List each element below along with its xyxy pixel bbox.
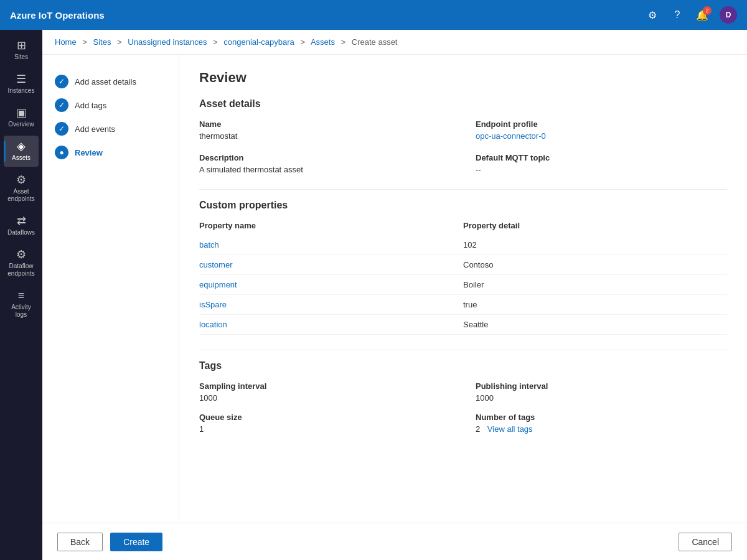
notification-badge: 2 — [703, 6, 712, 15]
tag-sampling-interval-label: Sampling interval — [199, 381, 451, 391]
app-title: Azure IoT Operations — [10, 10, 645, 21]
custom-properties-section: Property name Property detail batch 102 … — [199, 221, 727, 335]
asset-endpoints-icon: ⚙ — [16, 174, 26, 185]
step-add-tags[interactable]: ✓ Add tags — [55, 93, 166, 117]
divider-2 — [199, 350, 727, 350]
overview-icon: ▣ — [16, 107, 27, 118]
props-value-equipment: Boiler — [463, 280, 727, 289]
content-area: Home > Sites > Unassigned instances > co… — [42, 30, 747, 560]
detail-default-mqtt-label: Default MQTT topic — [476, 153, 727, 162]
tag-number-of-tags: Number of tags 2 View all tags — [476, 413, 727, 434]
detail-endpoint-profile-value: opc-ua-connector-0 — [476, 131, 727, 141]
sidebar-item-dataflow-endpoints[interactable]: ⚙ Dataflow endpoints — [4, 244, 39, 282]
breadcrumb-congenial-capybara[interactable]: congenial-capybara — [223, 37, 294, 47]
tag-publishing-interval-label: Publishing interval — [476, 381, 727, 391]
breadcrumb-assets[interactable]: Assets — [311, 37, 335, 47]
sidebar-item-assets[interactable]: ◈ Assets — [4, 136, 39, 167]
props-key-customer: customer — [199, 260, 463, 269]
step-label-add-tags: Add tags — [75, 101, 106, 110]
asset-details-grid: Name thermostat Endpoint profile opc-ua-… — [199, 119, 727, 174]
sidebar-label-dataflow-endpoints: Dataflow endpoints — [6, 263, 36, 278]
detail-default-mqtt: Default MQTT topic -- — [476, 153, 727, 174]
detail-endpoint-profile-label: Endpoint profile — [476, 119, 727, 129]
assets-icon: ◈ — [17, 141, 26, 152]
props-header-detail: Property detail — [463, 221, 727, 230]
page-body: ✓ Add asset details ✓ Add tags ✓ Add eve… — [42, 55, 747, 523]
detail-default-mqtt-value: -- — [476, 165, 727, 174]
detail-name-label: Name — [199, 119, 451, 129]
main-layout: ⊞ Sites ☰ Instances ▣ Overview ◈ Assets … — [0, 30, 747, 560]
dataflows-icon: ⇄ — [17, 215, 26, 226]
instances-icon: ☰ — [16, 73, 26, 85]
notifications-icon[interactable]: 🔔 2 — [695, 7, 710, 22]
tag-queue-size: Queue size 1 — [199, 413, 451, 434]
tags-section-title: Tags — [199, 360, 727, 371]
step-add-events[interactable]: ✓ Add events — [55, 117, 166, 141]
step-label-add-events: Add events — [75, 124, 115, 134]
props-value-batch: 102 — [463, 240, 727, 250]
tag-number-of-tags-value: 2 View all tags — [476, 424, 727, 434]
topnav-icons: ⚙ ? 🔔 2 D — [645, 6, 737, 24]
tag-number-of-tags-label: Number of tags — [476, 413, 727, 422]
props-row-isspare: isSpare true — [199, 295, 727, 315]
breadcrumb: Home > Sites > Unassigned instances > co… — [42, 30, 747, 55]
sidebar-item-instances[interactable]: ☰ Instances — [4, 68, 39, 100]
breadcrumb-home[interactable]: Home — [55, 37, 77, 47]
sidebar-item-sites[interactable]: ⊞ Sites — [4, 35, 39, 66]
review-title: Review — [199, 70, 727, 86]
step-label-review: Review — [75, 148, 103, 157]
tag-publishing-interval-value: 1000 — [476, 393, 727, 403]
help-icon[interactable]: ? — [670, 7, 685, 22]
avatar[interactable]: D — [720, 6, 737, 24]
tag-sampling-interval: Sampling interval 1000 — [199, 381, 451, 403]
breadcrumb-current: Create asset — [352, 37, 398, 47]
props-row-location: location Seattle — [199, 315, 727, 335]
sidebar-item-overview[interactable]: ▣ Overview — [4, 102, 39, 133]
tag-queue-size-label: Queue size — [199, 413, 451, 422]
settings-icon[interactable]: ⚙ — [645, 7, 660, 22]
tag-queue-size-value: 1 — [199, 424, 451, 434]
tag-publishing-interval: Publishing interval 1000 — [476, 381, 727, 403]
sidebar-label-overview: Overview — [8, 121, 34, 128]
props-header-name: Property name — [199, 221, 463, 230]
props-key-equipment: equipment — [199, 280, 463, 289]
divider-1 — [199, 189, 727, 190]
sidebar-label-assets: Assets — [12, 154, 31, 162]
props-row-customer: customer Contoso — [199, 255, 727, 275]
props-row-equipment: equipment Boiler — [199, 275, 727, 295]
breadcrumb-sites[interactable]: Sites — [93, 37, 111, 47]
sidebar: ⊞ Sites ☰ Instances ▣ Overview ◈ Assets … — [0, 30, 42, 560]
sidebar-label-dataflows: Dataflows — [7, 229, 35, 236]
props-key-location: location — [199, 320, 463, 329]
detail-description: Description A simulated thermostat asset — [199, 153, 451, 174]
top-navigation: Azure IoT Operations ⚙ ? 🔔 2 D — [0, 0, 747, 30]
step-review[interactable]: ● Review — [55, 141, 166, 164]
review-content: Review Asset details Name thermostat End… — [179, 55, 747, 523]
sidebar-label-asset-endpoints: Asset endpoints — [6, 188, 36, 203]
step-icon-review: ● — [55, 146, 68, 159]
footer-left: Back Create — [57, 533, 162, 551]
custom-properties-title: Custom properties — [199, 200, 727, 211]
detail-name-value: thermostat — [199, 131, 451, 141]
create-button[interactable]: Create — [110, 533, 162, 551]
view-all-tags-link[interactable]: View all tags — [487, 424, 533, 434]
sidebar-item-dataflows[interactable]: ⇄ Dataflows — [4, 210, 39, 241]
activity-logs-icon: ≡ — [18, 290, 25, 301]
step-icon-add-tags: ✓ — [55, 98, 68, 112]
detail-description-label: Description — [199, 153, 451, 162]
dataflow-endpoints-icon: ⚙ — [16, 249, 26, 260]
tags-grid: Sampling interval 1000 Publishing interv… — [199, 381, 727, 434]
props-key-batch: batch — [199, 240, 463, 250]
sidebar-item-activity-logs[interactable]: ≡ Activity logs — [4, 285, 39, 324]
breadcrumb-unassigned-instances[interactable]: Unassigned instances — [128, 37, 207, 47]
cancel-button[interactable]: Cancel — [679, 533, 732, 551]
sites-icon: ⊞ — [17, 40, 26, 51]
footer: Back Create Cancel — [42, 523, 747, 560]
sidebar-item-asset-endpoints[interactable]: ⚙ Asset endpoints — [4, 169, 39, 208]
props-value-customer: Contoso — [463, 260, 727, 269]
step-add-asset-details[interactable]: ✓ Add asset details — [55, 70, 166, 93]
detail-name: Name thermostat — [199, 119, 451, 141]
tag-sampling-interval-value: 1000 — [199, 393, 451, 403]
asset-details-title: Asset details — [199, 98, 727, 110]
back-button[interactable]: Back — [57, 533, 103, 551]
